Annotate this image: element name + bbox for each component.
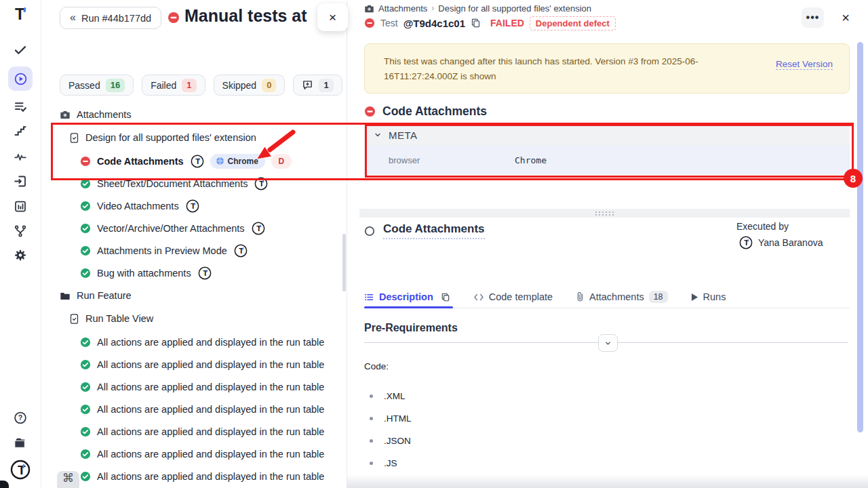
tree-item-label: Run Feature — [77, 290, 132, 301]
tree-item-label: Vector/Archive/Other Attachments — [97, 223, 245, 234]
command-key-icon: ⌘ — [62, 471, 74, 485]
play-icon — [691, 293, 698, 302]
tree-row[interactable]: Vector/Archive/Other AttachmentsT — [60, 217, 339, 239]
meta-header[interactable]: META — [364, 125, 850, 145]
banner-text: This test was changed after this launch … — [384, 54, 750, 84]
runs-play-item[interactable] — [8, 66, 33, 91]
tab-code-template[interactable]: Code template — [473, 286, 553, 308]
help-icon[interactable]: ? — [14, 411, 28, 425]
failed-status-icon — [80, 156, 91, 167]
copy-icon[interactable] — [441, 292, 450, 302]
tree-row[interactable]: Code AttachmentsTChromeD — [60, 150, 339, 172]
tree-row[interactable]: All actions are applied and displayed in… — [60, 465, 339, 487]
icon-rail: T ? T — [0, 0, 41, 488]
assignee-avatar: T — [254, 177, 268, 190]
chip-label: Skipped — [222, 80, 257, 91]
app-root: { "colors": { "accent": "#4f46e5", "fail… — [0, 0, 868, 488]
status-label: FAILED — [490, 18, 524, 28]
failed-status-icon — [364, 106, 376, 117]
import-icon[interactable] — [14, 174, 28, 188]
tab-runs[interactable]: Runs — [691, 286, 726, 308]
filter-chip-skipped[interactable]: Skipped 0 — [214, 75, 285, 96]
tree-row[interactable]: All actions are applied and displayed in… — [60, 353, 339, 375]
list-item-text: .HTML — [384, 413, 412, 424]
tree-row[interactable]: Design for all supported files' extensio… — [60, 125, 339, 150]
meta-title: META — [389, 129, 418, 141]
test-detail-panel: Attachments › Design for all supported f… — [347, 0, 868, 488]
chip-count: 16 — [106, 79, 125, 92]
filter-chip-comments[interactable]: 1 — [293, 75, 342, 96]
tree-item-label: Attachments in Preview Mode — [97, 245, 227, 256]
detail-close-button[interactable]: × — [837, 9, 854, 26]
tree-row[interactable]: All actions are applied and displayed in… — [60, 375, 339, 398]
tree-row[interactable]: All actions are applied and displayed in… — [60, 398, 339, 420]
tree-row[interactable]: All actions are applied and displayed in… — [60, 331, 339, 353]
tree-row[interactable]: Run Feature — [60, 284, 339, 306]
tree-item-label: Bug with attachments — [97, 268, 191, 279]
reset-version-link[interactable]: Reset Version — [776, 59, 833, 70]
defect-letter-badge: D — [271, 154, 292, 169]
defect-badge[interactable]: Dependent defect — [530, 16, 616, 30]
panel-close-button[interactable]: × — [317, 3, 348, 31]
tree-row[interactable]: Bug with attachmentsT — [60, 262, 339, 284]
copy-icon[interactable] — [471, 18, 481, 28]
settings-gear-icon[interactable] — [14, 248, 28, 262]
tree-item-label: Sheet/Text/Document Attachments — [97, 178, 248, 189]
passed-status-icon — [80, 426, 91, 437]
test-plans-icon[interactable] — [14, 100, 28, 114]
tree-row[interactable]: Video AttachmentsT — [60, 195, 339, 217]
passed-status-icon — [80, 337, 91, 348]
tree-row[interactable]: All actions are applied and displayed in… — [60, 420, 339, 443]
list-item-text: .JS — [384, 458, 397, 468]
tab-description[interactable]: Description — [364, 286, 450, 308]
user-avatar: T — [739, 236, 753, 249]
test-tree: AttachmentsDesign for all supported file… — [60, 103, 339, 487]
chip-label: Passed — [68, 80, 100, 91]
tests-check-icon[interactable] — [14, 43, 28, 57]
assignee-avatar: T — [191, 155, 204, 168]
tree-row[interactable]: Attachments in Preview ModeT — [60, 239, 339, 262]
svg-text:?: ? — [18, 413, 22, 422]
executed-by-block: Executed by T Yana Baranova — [734, 221, 823, 249]
tree-row[interactable]: All actions are applied and displayed in… — [60, 443, 339, 465]
test-title[interactable]: Code Attachments — [383, 222, 485, 239]
analytics-icon[interactable] — [14, 199, 28, 214]
filter-chip-passed[interactable]: Passed 16 — [60, 75, 134, 96]
left-scrollbar-thumb[interactable] — [342, 234, 346, 291]
close-icon: × — [329, 10, 336, 25]
run-back-button[interactable]: « Run #44b177dd — [60, 7, 161, 29]
right-scrollbar-thumb[interactable] — [857, 42, 863, 432]
tree-row[interactable]: Sheet/Text/Document AttachmentsT — [60, 172, 339, 195]
assignee-avatar: T — [234, 244, 248, 258]
meta-section: META browserChrome — [364, 125, 850, 175]
branches-icon[interactable] — [14, 224, 27, 238]
filter-chip-failed[interactable]: Failed 1 — [142, 75, 205, 96]
collapse-section-button[interactable] — [598, 334, 618, 352]
list-item: .HTML — [364, 407, 412, 430]
prerequirements-heading: Pre-Requirements — [364, 322, 458, 334]
command-key-badge: ⌘ — [57, 471, 79, 488]
list-item: .JS — [364, 452, 412, 474]
paperclip-icon — [576, 291, 585, 302]
app-logo-icon[interactable]: T — [12, 5, 28, 23]
breadcrumb-current[interactable]: Design for all supported files' extensio… — [438, 3, 591, 14]
code-icon — [473, 293, 484, 302]
meta-rows: browserChrome — [364, 145, 850, 175]
breadcrumb-separator-icon: › — [431, 3, 434, 13]
pulse-icon[interactable] — [14, 150, 28, 164]
passed-status-icon — [80, 404, 91, 415]
docs-icon[interactable] — [13, 436, 28, 449]
breadcrumb-root[interactable]: Attachments — [378, 3, 427, 14]
list-item-text: .JSON — [384, 436, 411, 446]
resize-divider[interactable] — [359, 209, 850, 218]
list-item: .JSON — [364, 430, 412, 452]
tree-row[interactable]: Run Table View — [60, 306, 339, 331]
chevrons-left-icon: « — [70, 12, 76, 24]
tree-row[interactable]: Attachments — [60, 103, 339, 125]
passed-status-icon — [80, 359, 91, 370]
steps-icon[interactable] — [14, 125, 27, 138]
passed-status-icon — [80, 471, 91, 482]
tab-attachments[interactable]: Attachments 18 — [576, 286, 668, 308]
more-actions-button[interactable]: ••• — [802, 7, 824, 28]
logo-badge-icon[interactable]: T — [10, 460, 31, 480]
